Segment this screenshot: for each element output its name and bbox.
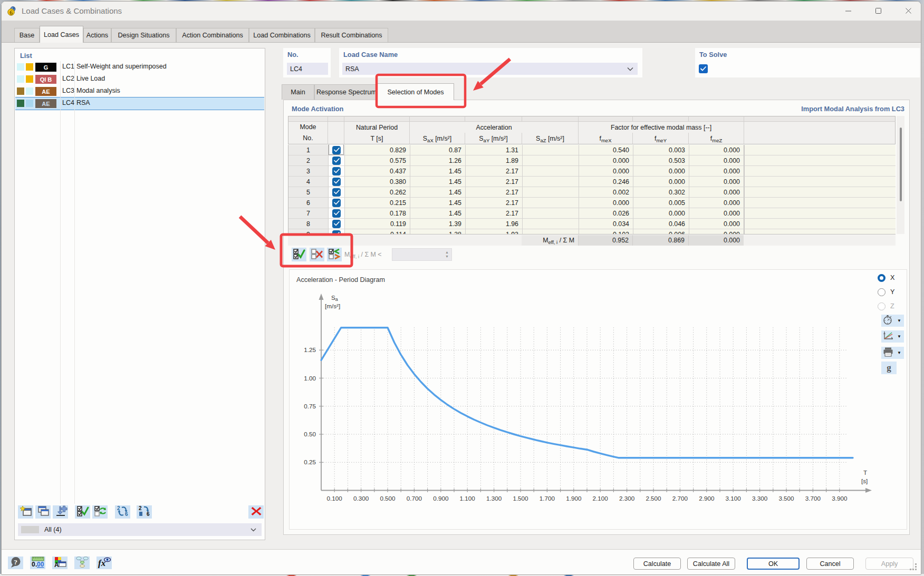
table-column-resize-strip [688, 116, 744, 121]
svg-text:0: 0 [32, 561, 35, 568]
column-header-saz[interactable]: SaZ [m/s²] [522, 133, 578, 144]
units-button[interactable]: 0.00 [30, 557, 45, 569]
tab-load-cases[interactable]: Load Cases [40, 26, 83, 43]
column-header-mode-no[interactable]: ModeNo. [288, 121, 328, 144]
table-scrollbar-thumb[interactable] [900, 128, 902, 201]
load-case-id: LC1 [62, 63, 74, 70]
renumber-button[interactable]: 26 [115, 505, 130, 519]
svg-text:fx: fx [98, 558, 106, 568]
load-case-name-combobox[interactable]: RSA [342, 63, 638, 75]
tab-actions[interactable]: Actions [83, 28, 111, 42]
calculate-button[interactable]: Calculate [633, 558, 681, 570]
model-objects-icon [75, 556, 89, 570]
model-objects-button[interactable] [74, 557, 90, 569]
tab-label: Actions [86, 32, 108, 39]
maximize-button[interactable] [866, 2, 890, 19]
time-course-button[interactable]: ▼ [881, 315, 904, 327]
column-header-say[interactable]: SaY [m/s²] [465, 133, 522, 144]
meff-threshold-spinner[interactable]: ▲▼ [392, 248, 452, 261]
print-button[interactable]: ▼ [881, 347, 904, 359]
svg-text:00: 00 [37, 561, 44, 568]
radio-label: X [890, 274, 894, 281]
minimize-button[interactable] [836, 2, 860, 19]
close-button[interactable] [896, 2, 920, 19]
column-header-sax[interactable]: SaX [m/s²] [409, 133, 465, 144]
mode-active-checkbox[interactable] [332, 167, 341, 175]
calculate-all-button[interactable]: Calculate All [687, 558, 735, 570]
subtab-main[interactable]: Main [282, 84, 314, 100]
deactivate-all-button[interactable] [310, 248, 324, 261]
delete-button[interactable] [248, 505, 264, 519]
activate-by-condition-button[interactable] [327, 248, 342, 261]
to-solve-checkbox[interactable] [699, 64, 708, 73]
x-tick-label: 0.100 [327, 495, 343, 502]
resize-grip[interactable] [910, 563, 917, 571]
subtab-selection-of-modes[interactable]: Selection of Modes [377, 83, 454, 100]
help-button[interactable]: ? [8, 557, 23, 569]
x-tick-label: 3.700 [805, 495, 821, 502]
add-load-case-button[interactable] [53, 505, 68, 519]
mode-active-checkbox[interactable] [332, 199, 341, 207]
tab-design-situations[interactable]: Design Situations [111, 28, 176, 42]
renumber-selected-button[interactable]: 26 [137, 505, 152, 519]
mode-row-4: 40.3801.452.170.2460.0000.000 [288, 177, 896, 187]
mode-checkbox-cell [328, 208, 344, 219]
ok-button[interactable]: OK [747, 558, 800, 570]
list-filter-dropdown[interactable]: All (4) [18, 523, 262, 536]
cell: 0.002 [579, 187, 633, 198]
list-item-lc1[interactable]: GLC1Self-Weight and superimposed [15, 61, 264, 73]
activate-all-button[interactable] [292, 248, 306, 261]
invert-selection-button[interactable] [92, 505, 108, 519]
new-load-case-button[interactable] [18, 505, 33, 519]
apply-button[interactable]: Apply [865, 558, 913, 570]
load-case-number-value: LC4 [290, 65, 302, 73]
acceleration-period-chart: 0.1000.3000.5000.7000.9001.1001.3001.500… [289, 269, 907, 530]
cell-empty [744, 198, 896, 208]
print-icon [882, 347, 894, 359]
column-header-t[interactable]: T [s] [344, 133, 409, 144]
import-modal-analysis-link[interactable]: Import Modal Analysis from LC3 [2, 105, 904, 113]
cell: 0.000 [689, 155, 744, 166]
axis-radio-z[interactable]: Z [878, 302, 909, 310]
diagram-settings-button[interactable]: ▼ [881, 330, 904, 343]
column-header-fmex[interactable]: fmeX [578, 133, 632, 144]
mode-active-checkbox[interactable] [332, 157, 341, 165]
delete-icon [251, 506, 262, 518]
column-header-fmez[interactable]: fmeZ [688, 133, 744, 144]
cell: 0.262 [344, 187, 410, 198]
cancel-button[interactable]: Cancel [806, 558, 854, 570]
tab-result-combinations[interactable]: Result Combinations [315, 28, 388, 42]
invert-selection-icon [94, 505, 107, 519]
mode-active-checkbox[interactable] [332, 230, 341, 235]
mode-active-checkbox[interactable] [332, 209, 341, 218]
screen: 6 Load Cases & Combinations BaseLoad Cas… [0, 0, 924, 576]
cell-empty [744, 187, 896, 198]
mode-active-checkbox[interactable] [332, 188, 341, 197]
check-all-button[interactable] [75, 505, 90, 519]
formula-view-button[interactable]: fx [97, 557, 112, 569]
tab-action-combinations[interactable]: Action Combinations [176, 28, 249, 42]
subtab-response-spectrum[interactable]: Response Spectrum [314, 84, 379, 100]
load-case-name-value: RSA [345, 65, 359, 73]
list-item-lc3[interactable]: AELC3Modal analysis [15, 85, 264, 97]
copy-load-case-button[interactable] [35, 505, 51, 519]
tab-load-combinations[interactable]: Load Combinations [249, 28, 315, 42]
axis-radio-x[interactable]: X [878, 274, 909, 282]
display-settings-button[interactable]: A [52, 557, 68, 569]
tab-base[interactable]: Base [14, 28, 40, 42]
cell: 1.89 [465, 155, 522, 166]
mode-number: 4 [288, 177, 328, 187]
column-header-fmey[interactable]: fmeY [632, 133, 688, 144]
x-tick-label: 2.700 [672, 495, 688, 502]
mode-active-checkbox[interactable] [332, 178, 341, 186]
g-units-button[interactable]: g [881, 362, 897, 374]
list-item-lc2[interactable]: QI BLC2Live Load [15, 73, 264, 85]
cell: 0.003 [633, 145, 689, 155]
load-case-number-field[interactable]: LC4 [287, 63, 328, 75]
table-bottom-border [288, 234, 896, 235]
diagram-settings-icon [882, 330, 894, 343]
spinner-arrows-icon[interactable]: ▲▼ [445, 250, 449, 259]
action-category-badge: AE [35, 87, 56, 96]
axis-radio-y[interactable]: Y [878, 288, 909, 296]
mode-active-checkbox[interactable] [332, 220, 341, 228]
